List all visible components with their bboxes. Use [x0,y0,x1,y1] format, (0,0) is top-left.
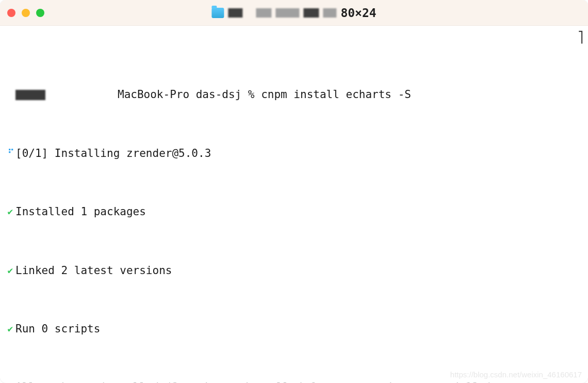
traffic-lights [7,9,44,17]
run-scripts: Run 0 scripts [15,322,100,336]
check-icon: ✔ [8,264,13,277]
redacted-title-part [275,8,299,18]
redacted-title-part [228,8,242,18]
close-icon[interactable] [7,9,15,17]
linked-versions: Linked 2 latest versions [15,263,172,278]
check-icon: ✔ [8,323,13,335]
redacted-title-part [256,8,271,18]
output-line: ✔ Installed 1 packages [5,204,584,219]
redacted-title-part [303,8,319,18]
prompt-line: MacBook-Pro das-dsj % cnpm install echar… [5,87,584,102]
folder-icon [211,8,224,18]
window-title: 80×24 [211,6,376,20]
spinner-icon: ⠋ [8,147,13,159]
terminal-output[interactable]: ⎤ MacBook-Pro das-dsj % cnpm install ech… [0,26,588,383]
output-line: ✔ Run 0 scripts [5,322,584,336]
titlebar: 80×24 [0,0,588,26]
redacted-hostname [15,90,45,100]
output-line: ⠋ [0/1] Installing zrender@5.0.3 [5,146,584,161]
terminal-window: 80×24 ⎤ MacBook-Pro das-dsj % cnpm insta… [0,0,588,383]
installed-packages: Installed 1 packages [15,204,146,219]
scroll-indicator: ⎤ [577,30,584,44]
check-icon: ✔ [8,381,13,383]
minimize-icon[interactable] [22,9,30,17]
check-icon: ✔ [8,205,13,218]
summary-line: All packages installed (3 packages insta… [15,380,524,383]
command-text: MacBook-Pro das-dsj % cnpm install echar… [118,87,411,102]
output-line: ✔ Linked 2 latest versions [5,263,584,278]
terminal-dimensions: 80×24 [340,6,376,20]
output-line: ✔ All packages installed (3 packages ins… [5,380,584,383]
watermark: https://blog.csdn.net/weixin_46160617 [450,370,582,380]
maximize-icon[interactable] [36,9,44,17]
redacted-title-part [323,8,336,18]
install-progress: [0/1] Installing zrender@5.0.3 [15,146,211,161]
